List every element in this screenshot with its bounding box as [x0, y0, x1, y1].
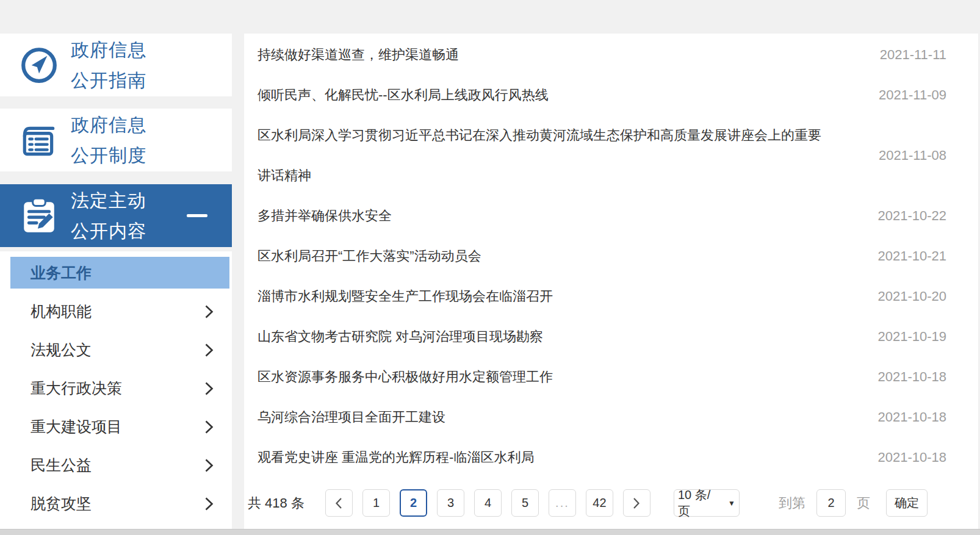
page-button-5[interactable]: 5	[511, 489, 539, 517]
news-row: 多措并举确保供水安全 2021-10-22	[244, 196, 978, 236]
sidebar-item-gov-info-system[interactable]: 政府信息 公开制度	[0, 109, 232, 171]
news-row: 区水利局深入学习贯彻习近平总书记在深入推动黄河流域生态保护和高质量发展讲座会上的…	[244, 115, 978, 196]
news-row: 淄博市水利规划暨安全生产工作现场会在临淄召开 2021-10-20	[244, 276, 978, 317]
sidebar-subitem-poverty-alleviation[interactable]: 脱贫攻坚	[0, 484, 232, 523]
news-title-link[interactable]: 区水资源事务服务中心积极做好用水定额管理工作	[258, 357, 553, 397]
page-button-2-active[interactable]: 2	[400, 489, 427, 517]
total-count-label: 共 418 条	[248, 494, 304, 512]
goto-page-suffix-label: 页	[857, 494, 870, 512]
sidebar-item-statutory-disclosure[interactable]: 法定主动 公开内容	[0, 184, 232, 247]
news-title-link[interactable]: 区水利局深入学习贯彻习近平总书记在深入推动黄河流域生态保护和高质量发展讲座会上的…	[258, 115, 831, 196]
news-title-link[interactable]: 区水利局召开“工作大落实”活动动员会	[258, 236, 481, 276]
sidebar-item-label: 政府信息 公开制度	[71, 110, 146, 171]
page-button-4[interactable]: 4	[474, 489, 502, 517]
news-title-link[interactable]: 多措并举确保供水安全	[258, 196, 392, 236]
news-title-link[interactable]: 淄博市水利规划暨安全生产工作现场会在临淄召开	[258, 276, 553, 317]
news-panel: 持续做好渠道巡查，维护渠道畅通 2021-11-11 倾听民声、化解民忧--区水…	[244, 34, 978, 530]
news-date: 2021-10-18	[859, 450, 946, 465]
news-date: 2021-11-11	[862, 47, 946, 63]
news-row: 乌河综合治理项目全面开工建设 2021-10-18	[244, 397, 978, 437]
news-date: 2021-11-08	[860, 148, 946, 163]
chevron-right-icon	[633, 497, 640, 509]
news-title-link[interactable]: 山东省文物考古研究院 对乌河治理项目现场勘察	[258, 317, 543, 357]
news-title-link[interactable]: 乌河综合治理项目全面开工建设	[258, 397, 445, 437]
news-date: 2021-11-09	[860, 87, 946, 103]
horizontal-scrollbar[interactable]	[0, 529, 980, 535]
news-row: 山东省文物考古研究院 对乌河治理项目现场勘察 2021-10-19	[244, 317, 978, 357]
caret-down-icon: ▼	[728, 499, 735, 508]
subitem-label: 法规公文	[31, 340, 92, 360]
sidebar-subitem-major-projects[interactable]: 重大建设项目	[0, 408, 232, 446]
prev-page-button[interactable]	[325, 489, 353, 517]
chevron-right-icon	[204, 458, 214, 473]
sidebar: 政府信息 公开指南 政府信息 公开制度	[0, 34, 232, 530]
chevron-right-icon	[204, 420, 214, 434]
subitem-label: 重大行政决策	[31, 378, 122, 398]
chevron-right-icon	[204, 381, 214, 396]
sidebar-item-label: 法定主动 公开内容	[71, 185, 146, 246]
pagination-bar: 共 418 条 1 2 3 4 5 ... 42 10 条/页 ▼ 到第 页 确…	[244, 489, 978, 517]
sidebar-subitem-org-functions[interactable]: 机构职能	[0, 292, 232, 331]
news-date: 2021-10-18	[859, 409, 946, 425]
sidebar-subitem-business-work[interactable]: 业务工作	[10, 257, 229, 289]
sidebar-submenu: 业务工作 机构职能 法规公文 重大行政决策 重大建设项目 民生公益 脱贫攻坚	[0, 251, 232, 530]
chevron-left-icon	[335, 497, 342, 509]
confirm-button[interactable]: 确定	[886, 489, 928, 517]
page-size-value: 10 条/页	[678, 487, 722, 520]
subitem-label: 重大建设项目	[31, 417, 122, 437]
news-list: 持续做好渠道巡查，维护渠道畅通 2021-11-11 倾听民声、化解民忧--区水…	[244, 35, 978, 478]
collapse-minus-icon	[187, 214, 207, 217]
page-ellipsis-button[interactable]: ...	[549, 489, 576, 517]
chevron-right-icon	[204, 304, 214, 319]
news-title-link[interactable]: 持续做好渠道巡查，维护渠道畅通	[258, 35, 459, 75]
news-title-link[interactable]: 观看党史讲座 重温党的光辉历程-临淄区水利局	[258, 437, 534, 478]
news-date: 2021-10-18	[859, 369, 946, 385]
compass-icon	[17, 43, 61, 87]
subitem-label: 业务工作	[31, 263, 92, 283]
page-button-1[interactable]: 1	[362, 489, 390, 517]
news-date: 2021-10-19	[859, 329, 946, 345]
sidebar-subitem-livelihood[interactable]: 民生公益	[0, 446, 232, 484]
subitem-label: 民生公益	[31, 455, 92, 475]
chevron-right-icon	[204, 343, 214, 357]
news-row: 倾听民声、化解民忧--区水利局上线政风行风热线 2021-11-09	[244, 75, 978, 115]
subitem-label: 机构职能	[31, 301, 92, 321]
news-row: 区水资源事务服务中心积极做好用水定额管理工作 2021-10-18	[244, 357, 978, 397]
chevron-right-icon	[204, 497, 214, 511]
news-date: 2021-10-22	[859, 208, 946, 224]
sidebar-item-label: 政府信息 公开指南	[71, 35, 146, 96]
news-row: 区水利局召开“工作大落实”活动动员会 2021-10-21	[244, 236, 978, 276]
subitem-label: 脱贫攻坚	[31, 494, 92, 514]
goto-page-prefix-label: 到第	[779, 494, 805, 512]
next-page-button[interactable]	[623, 489, 650, 517]
page-button-3[interactable]: 3	[437, 489, 464, 517]
page-size-select[interactable]: 10 条/页 ▼	[674, 489, 740, 517]
news-row: 观看党史讲座 重温党的光辉历程-临淄区水利局 2021-10-18	[244, 437, 978, 478]
page-button-42[interactable]: 42	[586, 489, 613, 517]
ledger-icon	[17, 118, 61, 162]
clipboard-pencil-icon	[17, 194, 61, 238]
sidebar-item-gov-info-guide[interactable]: 政府信息 公开指南	[0, 34, 232, 96]
news-row: 持续做好渠道巡查，维护渠道畅通 2021-11-11	[244, 35, 978, 75]
news-title-link[interactable]: 倾听民声、化解民忧--区水利局上线政风行风热线	[258, 75, 549, 115]
news-date: 2021-10-20	[859, 289, 946, 304]
sidebar-subitem-regulations[interactable]: 法规公文	[0, 331, 232, 369]
goto-page-input[interactable]	[816, 489, 846, 517]
news-date: 2021-10-21	[859, 248, 946, 264]
sidebar-subitem-major-decisions[interactable]: 重大行政决策	[0, 369, 232, 408]
